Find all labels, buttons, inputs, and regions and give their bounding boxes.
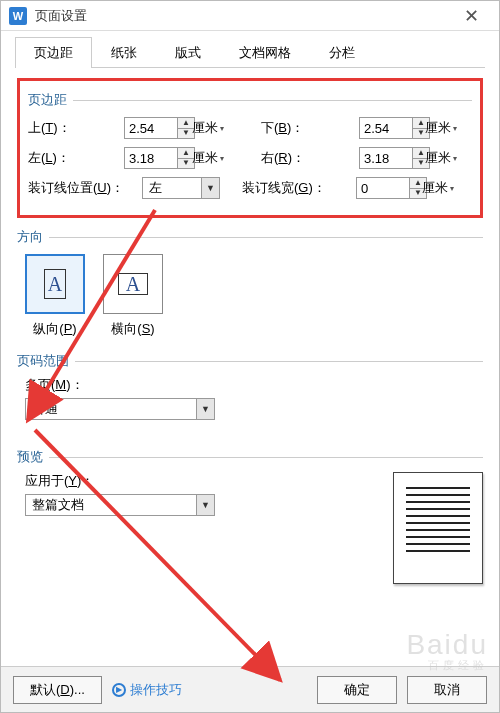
margin-right-input[interactable]	[359, 147, 412, 169]
margin-right-spinner[interactable]: ▲▼	[359, 147, 435, 169]
margin-left-input[interactable]	[124, 147, 177, 169]
margin-bottom-unit[interactable]: 厘米▾	[425, 119, 472, 137]
preview-page-icon	[393, 472, 483, 584]
margins-group-highlight: 页边距 上(T)： ▲▼ 厘米▾ 下(B)： ▲▼ 厘米▾ 左(L)：	[17, 78, 483, 218]
gutter-pos-dropdown[interactable]: ▼	[201, 178, 219, 198]
gutter-width-label: 装订线宽(G)：	[242, 179, 352, 197]
margin-bottom-label: 下(B)：	[261, 119, 355, 137]
tab-layout[interactable]: 版式	[156, 37, 220, 68]
tips-label: 操作技巧	[130, 681, 182, 699]
app-icon: W	[9, 7, 27, 25]
watermark-brand: Baidu	[406, 629, 488, 661]
margin-top-unit[interactable]: 厘米▾	[192, 119, 239, 137]
margin-top-label: 上(T)：	[28, 119, 120, 137]
margin-top-input[interactable]	[124, 117, 177, 139]
play-icon: ▶	[112, 683, 126, 697]
preview-section: 预览 应用于(Y)： 整篇文档 ▼	[17, 448, 483, 584]
tab-grid[interactable]: 文档网格	[220, 37, 310, 68]
orientation-portrait[interactable]: A 纵向(P)	[25, 254, 85, 338]
margins-group-label: 页边距	[28, 91, 472, 109]
tab-margins[interactable]: 页边距	[15, 37, 92, 68]
gutter-width-input[interactable]	[356, 177, 409, 199]
close-button[interactable]: ✕	[451, 2, 491, 30]
titlebar: W 页面设置 ✕	[1, 1, 499, 31]
multi-page-dropdown[interactable]: ▼	[196, 399, 214, 419]
landscape-label: 横向(S)	[111, 320, 154, 338]
page-setup-dialog: W 页面设置 ✕ 页边距 纸张 版式 文档网格 分栏 页边距 上(T)： ▲▼ …	[0, 0, 500, 713]
margin-left-unit[interactable]: 厘米▾	[192, 149, 239, 167]
gutter-pos-label: 装订线位置(U)：	[28, 179, 138, 197]
default-button[interactable]: 默认(D)...	[13, 676, 102, 704]
apply-to-value: 整篇文档	[26, 496, 196, 514]
margin-right-unit[interactable]: 厘米▾	[425, 149, 472, 167]
margin-top-spinner[interactable]: ▲▼	[124, 117, 200, 139]
gutter-pos-value: 左	[143, 179, 201, 197]
orientation-landscape[interactable]: A 横向(S)	[103, 254, 163, 338]
margin-left-spinner[interactable]: ▲▼	[124, 147, 200, 169]
apply-to-label: 应用于(Y)：	[25, 472, 215, 490]
apply-to-combo[interactable]: 整篇文档 ▼	[25, 494, 215, 516]
page-range-group-label: 页码范围	[17, 352, 483, 370]
orientation-section: 方向 A 纵向(P) A 横向(S)	[17, 228, 483, 338]
gutter-pos-combo[interactable]: 左 ▼	[142, 177, 220, 199]
tab-paper[interactable]: 纸张	[92, 37, 156, 68]
margin-right-label: 右(R)：	[261, 149, 355, 167]
margin-bottom-input[interactable]	[359, 117, 412, 139]
content-area: 页边距 上(T)： ▲▼ 厘米▾ 下(B)： ▲▼ 厘米▾ 左(L)：	[1, 68, 499, 666]
multi-page-label: 多页(M)：	[25, 376, 483, 394]
tips-link[interactable]: ▶ 操作技巧	[112, 681, 182, 699]
preview-group-label: 预览	[17, 448, 483, 466]
portrait-icon: A	[25, 254, 85, 314]
orientation-group-label: 方向	[17, 228, 483, 246]
landscape-icon: A	[103, 254, 163, 314]
apply-to-dropdown[interactable]: ▼	[196, 495, 214, 515]
cancel-button[interactable]: 取消	[407, 676, 487, 704]
margin-bottom-spinner[interactable]: ▲▼	[359, 117, 435, 139]
multi-page-combo[interactable]: 普通 ▼	[25, 398, 215, 420]
margin-left-label: 左(L)：	[28, 149, 120, 167]
watermark-sub: 百度经验	[428, 658, 488, 673]
gutter-width-spinner[interactable]: ▲▼	[356, 177, 432, 199]
page-range-section: 页码范围 多页(M)： 普通 ▼	[17, 352, 483, 420]
gutter-width-unit[interactable]: 厘米▾	[422, 179, 472, 197]
dialog-footer: 默认(D)... ▶ 操作技巧 确定 取消	[1, 666, 499, 712]
tab-columns[interactable]: 分栏	[310, 37, 374, 68]
multi-page-value: 普通	[26, 400, 196, 418]
dialog-title: 页面设置	[35, 7, 451, 25]
portrait-label: 纵向(P)	[33, 320, 76, 338]
ok-button[interactable]: 确定	[317, 676, 397, 704]
tab-bar: 页边距 纸张 版式 文档网格 分栏	[15, 37, 485, 68]
